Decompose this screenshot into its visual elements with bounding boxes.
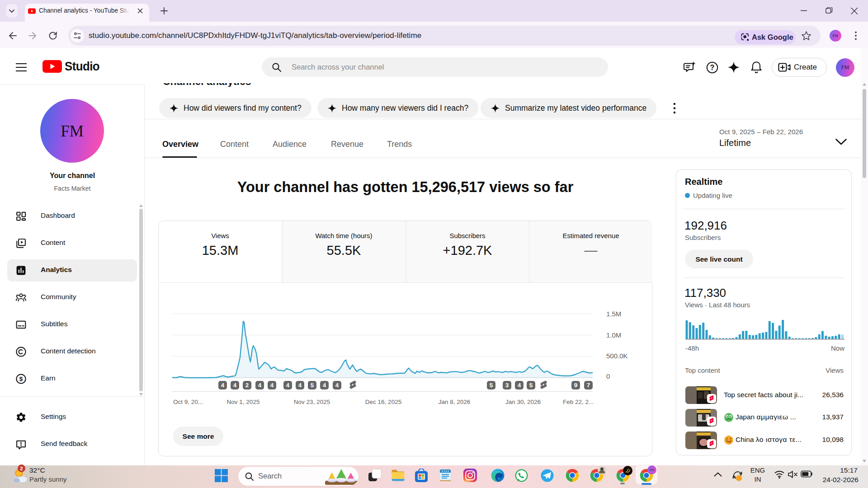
svg-text:$: $	[19, 375, 23, 382]
svg-text:?: ?	[710, 64, 715, 71]
